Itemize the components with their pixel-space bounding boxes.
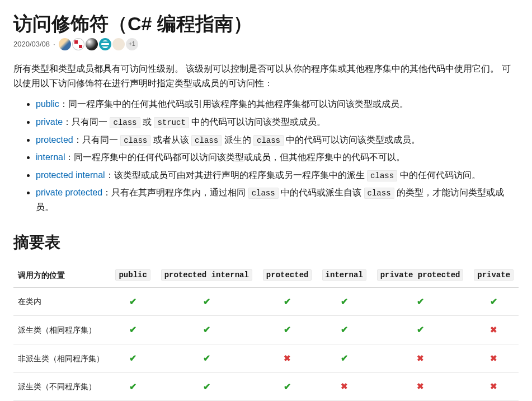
- inline-code: class: [110, 117, 140, 128]
- access-cell: ✔: [317, 344, 371, 372]
- check-icon: ✔: [203, 325, 210, 334]
- inline-code: public: [115, 269, 150, 281]
- modifier-item: private protected：只有在其声明程序集内，通过相同 class …: [36, 185, 519, 214]
- check-icon: ✔: [129, 382, 136, 391]
- meta-separator: ·: [53, 39, 55, 50]
- inline-code: private: [474, 269, 514, 281]
- check-icon: ✔: [129, 353, 136, 363]
- access-cell: ✖: [371, 372, 469, 401]
- access-cell: ✔: [371, 316, 469, 344]
- row-label: 非派生类（相同程序集）: [13, 344, 111, 372]
- row-label: 在类内: [13, 287, 111, 316]
- modifier-item: protected internal：该类型或成员可由对其进行声明的程序集或另一…: [36, 168, 519, 183]
- table-row: 非派生类（相同程序集）✔✔✖✔✖✖: [13, 344, 519, 372]
- modifier-list: public：同一程序集中的任何其他代码或引用该程序集的其他程序集都可以访问该类…: [13, 97, 519, 214]
- cross-icon: ✖: [490, 353, 497, 363]
- access-cell: ✔: [156, 316, 258, 344]
- avatar[interactable]: [86, 38, 98, 50]
- contributor-avatars: +1: [59, 38, 138, 50]
- access-cell: ✖: [469, 344, 519, 372]
- modifier-link[interactable]: public: [36, 99, 59, 109]
- cross-icon: ✖: [490, 325, 497, 334]
- cross-icon: ✖: [341, 381, 348, 391]
- table-col-header: internal: [317, 263, 371, 287]
- table-col-header: private protected: [371, 263, 469, 287]
- cross-icon: ✖: [490, 381, 497, 391]
- inline-code: protected internal: [161, 269, 252, 281]
- table-row: 在类内✔✔✔✔✔✔: [13, 287, 519, 316]
- summary-table: 调用方的位置publicprotected internalprotectedi…: [13, 263, 519, 401]
- modifier-link[interactable]: protected internal: [36, 170, 105, 180]
- modifier-link[interactable]: private: [36, 117, 63, 127]
- access-cell: ✖: [469, 316, 519, 344]
- avatar[interactable]: [72, 38, 84, 50]
- summary-heading: 摘要表: [13, 230, 519, 255]
- modifier-item: internal：同一程序集中的任何代码都可以访问该类型或成员，但其他程序集中的…: [36, 150, 519, 165]
- modifier-link[interactable]: internal: [36, 152, 65, 162]
- check-icon: ✔: [284, 297, 291, 306]
- table-col-header: public: [111, 263, 156, 287]
- inline-code: internal: [322, 269, 366, 281]
- modifier-link[interactable]: private protected: [36, 188, 102, 197]
- access-cell: ✔: [111, 372, 156, 401]
- access-cell: ✔: [156, 344, 258, 372]
- check-icon: ✔: [129, 297, 136, 306]
- inline-code: class: [253, 135, 284, 146]
- access-cell: ✖: [371, 344, 469, 372]
- check-icon: ✔: [341, 353, 348, 363]
- check-icon: ✔: [284, 325, 291, 334]
- check-icon: ✔: [417, 297, 424, 306]
- check-icon: ✔: [417, 325, 424, 334]
- access-cell: ✔: [317, 316, 371, 344]
- avatar[interactable]: [99, 38, 111, 50]
- more-contributors-badge[interactable]: +1: [126, 38, 138, 50]
- table-col-header: protected internal: [156, 263, 258, 287]
- access-cell: ✔: [156, 287, 258, 316]
- access-cell: ✖: [317, 372, 371, 401]
- access-cell: ✔: [258, 372, 317, 401]
- inline-code: class: [120, 135, 150, 146]
- avatar[interactable]: [59, 38, 71, 50]
- access-cell: ✔: [111, 344, 156, 372]
- check-icon: ✔: [129, 325, 136, 334]
- cross-icon: ✖: [284, 353, 291, 363]
- cross-icon: ✖: [417, 381, 424, 391]
- access-cell: ✔: [258, 287, 317, 316]
- cross-icon: ✖: [417, 353, 424, 363]
- check-icon: ✔: [203, 382, 210, 391]
- check-icon: ✔: [490, 297, 497, 306]
- table-row: 派生类（不同程序集）✔✔✔✖✖✖: [13, 372, 519, 401]
- table-col-header: private: [469, 263, 519, 287]
- page-title: 访问修饰符（C# 编程指南）: [13, 11, 519, 36]
- access-cell: ✔: [156, 372, 258, 401]
- check-icon: ✔: [341, 325, 348, 334]
- inline-code: struct: [154, 117, 189, 128]
- check-icon: ✔: [341, 297, 348, 306]
- inline-code: class: [367, 170, 397, 181]
- article-meta: 2020/03/08 · +1: [13, 38, 519, 50]
- row-label: 派生类（不同程序集）: [13, 372, 111, 401]
- access-cell: ✔: [317, 287, 371, 316]
- access-cell: ✔: [371, 287, 469, 316]
- inline-code: class: [248, 188, 279, 199]
- inline-code: protected: [263, 269, 312, 281]
- access-cell: ✔: [111, 287, 156, 316]
- article-date: 2020/03/08: [13, 39, 50, 50]
- row-label: 派生类（相同程序集）: [13, 316, 111, 344]
- check-icon: ✔: [203, 297, 210, 306]
- inline-code: class: [191, 135, 222, 146]
- modifier-link[interactable]: protected: [36, 135, 73, 144]
- access-cell: ✔: [469, 287, 519, 316]
- check-icon: ✔: [203, 353, 210, 363]
- access-cell: ✖: [469, 372, 519, 401]
- table-row: 派生类（相同程序集）✔✔✔✔✔✖: [13, 316, 519, 344]
- table-col-header: protected: [258, 263, 317, 287]
- modifier-item: public：同一程序集中的任何其他代码或引用该程序集的其他程序集都可以访问该类…: [36, 97, 519, 111]
- inline-code: class: [364, 188, 394, 199]
- check-icon: ✔: [284, 382, 291, 391]
- inline-code: private protected: [377, 269, 464, 281]
- access-cell: ✔: [111, 316, 156, 344]
- avatar[interactable]: [112, 38, 125, 50]
- modifier-item: protected：只有同一 class 或者从该 class 派生的 clas…: [36, 133, 519, 147]
- table-row-header: 调用方的位置: [13, 263, 111, 287]
